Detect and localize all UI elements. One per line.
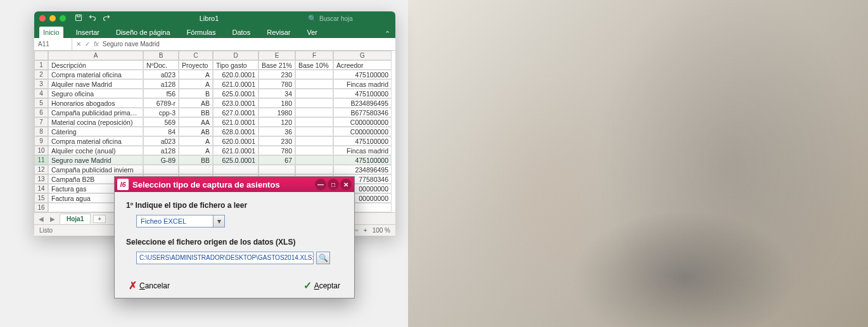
cell[interactable]: Alquiler coche (anual) [48,146,143,155]
column-header[interactable]: F [295,51,333,60]
cell[interactable] [295,89,333,98]
cell[interactable]: 780 [258,146,295,155]
cell[interactable]: 620.0.0001 [213,70,258,79]
cell[interactable] [295,155,333,165]
sheet-prev-icon[interactable]: ◀ [37,215,46,222]
cell[interactable]: 621.0.0001 [213,117,258,127]
cell[interactable]: 621.0.0001 [213,79,258,89]
row-header[interactable]: 10 [34,146,48,155]
cell[interactable]: 67 [258,155,295,165]
table-header-cell[interactable]: Acreedor [333,60,392,70]
cell[interactable]: 475100000 [333,155,392,165]
file-path-input[interactable]: C:\USERS\ADMINISTRADOR\DESKTOP\GASTOS201… [136,252,314,264]
ribbon-tab-diseno[interactable]: Diseño de página [112,27,174,38]
cell[interactable]: 623.0.0001 [213,98,258,108]
cell[interactable]: Seguro oficina [48,89,143,98]
cell[interactable] [295,136,333,146]
cell[interactable]: BB [179,108,213,117]
cell[interactable]: Fincas madrid [333,146,392,155]
cell[interactable] [295,70,333,79]
cell[interactable]: B677580346 [333,108,392,117]
chevron-down-icon[interactable]: ▾ [213,215,224,227]
cell[interactable]: Seguro nave Madrid [48,155,143,165]
cell[interactable]: Compra material oficina [48,136,143,146]
row-header[interactable]: 13 [34,174,48,184]
ribbon-tab-ver[interactable]: Ver [303,27,322,38]
cell[interactable]: 180 [258,98,295,108]
cell[interactable]: A [179,79,213,89]
cell[interactable]: a023 [143,136,179,146]
column-header[interactable]: D [213,51,258,60]
save-icon[interactable] [75,14,82,23]
column-header[interactable]: G [333,51,392,60]
row-header[interactable]: 1 [34,60,48,70]
cell[interactable]: 621.0.0001 [213,146,258,155]
cell[interactable]: 34 [258,89,295,98]
cell[interactable]: cpp-3 [143,108,179,117]
zoom-plus-icon[interactable]: + [364,227,367,234]
cell[interactable] [295,127,333,136]
table-header-cell[interactable]: Tipo gasto [213,60,258,70]
cell[interactable]: 780 [258,79,295,89]
table-header-cell[interactable]: Proyecto [179,60,213,70]
cell[interactable]: A [179,146,213,155]
cell[interactable]: 625.0.0001 [213,89,258,98]
cell[interactable]: AB [179,98,213,108]
fx-confirm-icon[interactable]: ✓ [85,41,90,48]
cell[interactable] [295,108,333,117]
cell[interactable]: Material cocina (reposición) [48,117,143,127]
cell[interactable]: Cátering [48,127,143,136]
cell[interactable]: BB [179,155,213,165]
row-header[interactable]: 11 [34,155,48,165]
cell[interactable]: AA [179,117,213,127]
cell[interactable]: a023 [143,70,179,79]
cell[interactable] [295,79,333,89]
cell[interactable]: 475100000 [333,136,392,146]
cell[interactable]: Fincas madrid [333,79,392,89]
fx-icon[interactable]: fx [94,41,99,48]
cell[interactable]: 1980 [258,108,295,117]
cell[interactable]: G-89 [143,155,179,165]
row-header[interactable]: 7 [34,117,48,127]
cell[interactable]: 475100000 [333,89,392,98]
table-header-cell[interactable]: Base 21% [258,60,295,70]
row-header[interactable]: 16 [34,203,48,212]
cell[interactable]: f56 [143,89,179,98]
column-header[interactable]: E [258,51,295,60]
cell[interactable]: 569 [143,117,179,127]
cell[interactable]: 36 [258,127,295,136]
close-icon[interactable] [39,15,46,22]
row-header[interactable]: 4 [34,89,48,98]
column-header[interactable]: B [143,51,179,60]
cell[interactable]: Compra material oficina [48,70,143,79]
cell[interactable] [295,146,333,155]
accept-button[interactable]: ✓ Aceptar [303,279,340,292]
browse-button[interactable]: 🔍 [316,252,330,264]
cell[interactable]: 120 [258,117,295,127]
table-header-cell[interactable]: Descripción [48,60,143,70]
cell[interactable]: Campaña publicidad primavera [48,108,143,117]
cell[interactable]: 628.0.0001 [213,127,258,136]
cell[interactable]: B [179,89,213,98]
cell[interactable]: a128 [143,79,179,89]
cell[interactable] [213,165,258,174]
cell[interactable]: B234896495 [333,98,392,108]
cancel-button[interactable]: ✗ Cancelar [129,279,170,292]
cell[interactable]: 627.0.0001 [213,108,258,117]
ribbon-tab-inicio[interactable]: Inicio [39,27,63,38]
file-type-select[interactable]: Ficheo EXCEL ▾ [136,215,225,228]
search-box[interactable]: 🔍 Buscar hoja [308,15,390,23]
cell[interactable] [179,165,213,174]
dialog-close-icon[interactable]: ✕ [340,179,352,190]
maximize-icon[interactable] [60,15,66,22]
undo-icon[interactable] [89,14,96,23]
row-header[interactable]: 15 [34,193,48,203]
row-header[interactable]: 8 [34,127,48,136]
formula-content[interactable]: Seguro nave Madrid [103,41,160,48]
table-header-cell[interactable]: NºDoc. [143,60,179,70]
cell[interactable]: 230 [258,136,295,146]
column-header[interactable]: A [48,51,143,60]
redo-icon[interactable] [103,14,110,23]
cell[interactable]: Honorarios abogados [48,98,143,108]
ribbon-tab-datos[interactable]: Datos [228,27,254,38]
